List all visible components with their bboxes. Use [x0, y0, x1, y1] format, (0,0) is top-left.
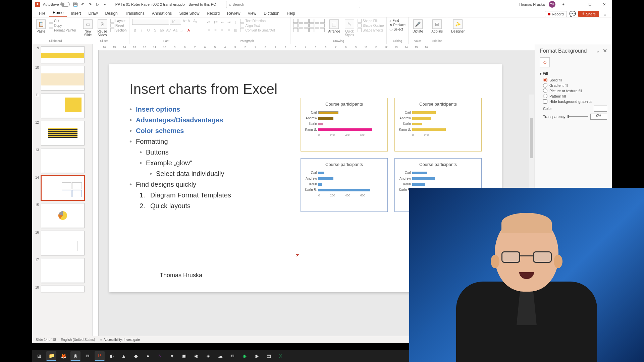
align-text-button[interactable]: Align Text	[240, 23, 275, 27]
tb-vlc-icon[interactable]: ▲	[119, 351, 129, 361]
highlight-button[interactable]: ▱	[179, 28, 184, 33]
reset-button[interactable]: Reset	[110, 23, 126, 27]
tab-animations[interactable]: Animations	[149, 10, 175, 17]
pattern-fill-radio[interactable]: Pattern fill	[543, 94, 607, 98]
share-button[interactable]: ⇪ Share	[578, 11, 599, 17]
shape-fill-button[interactable]: Shape Fill	[358, 19, 384, 23]
tb-firefox-icon[interactable]: 🦊	[58, 351, 68, 361]
shape-outline-button[interactable]: Shape Outline	[358, 23, 384, 27]
smartart-button[interactable]: Convert to SmartArt	[240, 28, 275, 32]
underline-button[interactable]: U	[146, 28, 151, 33]
tb-whatsapp-icon[interactable]: ◉	[239, 351, 250, 361]
tab-view[interactable]: View	[244, 10, 260, 17]
tab-insert[interactable]: Insert	[67, 10, 84, 17]
tab-home[interactable]: Home	[49, 9, 67, 17]
text-direction-button[interactable]: Text Direction	[240, 19, 275, 23]
language-status[interactable]: English (United States)	[61, 338, 95, 342]
thumb-14[interactable]	[41, 176, 85, 200]
tb-excel-icon[interactable]: X	[276, 351, 286, 361]
close-button[interactable]: ✕	[599, 1, 609, 8]
tb-app6-icon[interactable]: ◉	[191, 351, 201, 361]
strike-button[interactable]: S	[152, 28, 158, 33]
grow-font-icon[interactable]: A↑	[182, 19, 187, 25]
align-left-icon[interactable]: ≡	[206, 28, 211, 32]
record-button[interactable]: Record	[545, 11, 567, 17]
shrink-font-icon[interactable]: A↓	[187, 19, 192, 25]
coming-soon-icon[interactable]: ✦	[560, 1, 566, 7]
copy-button[interactable]: Copy	[49, 23, 76, 27]
tb-app10-icon[interactable]: ▤	[264, 351, 274, 361]
tab-design[interactable]: Design	[102, 10, 121, 17]
indent-dec-icon[interactable]: ⇤	[219, 20, 225, 24]
tab-draw[interactable]: Draw	[85, 10, 101, 17]
justify-icon[interactable]: ≡	[226, 28, 231, 32]
tab-transitions[interactable]: Transitions	[122, 10, 148, 17]
redo-icon[interactable]: ↷	[87, 1, 93, 7]
tb-onenote-icon[interactable]: N	[155, 351, 165, 361]
minimize-button[interactable]: —	[571, 1, 581, 8]
align-right-icon[interactable]: ≡	[219, 28, 225, 32]
font-name-input[interactable]	[132, 19, 169, 25]
shapes-gallery[interactable]	[293, 19, 325, 32]
layout-button[interactable]: Layout	[110, 19, 126, 23]
bold-button[interactable]: B	[132, 28, 138, 33]
spacing-button[interactable]: AV	[166, 28, 171, 33]
case-button[interactable]: Aa	[172, 28, 178, 33]
pane-close-icon[interactable]: ✕	[603, 48, 607, 54]
addins-button[interactable]: ⊞Add-ins	[430, 19, 444, 34]
tab-help[interactable]: Help	[283, 10, 299, 17]
thumb-16[interactable]	[41, 231, 85, 255]
qat-more-icon[interactable]: ▾	[102, 1, 108, 7]
thumb-18[interactable]	[41, 286, 85, 292]
toggle-off-icon[interactable]	[60, 2, 70, 7]
tb-app3-icon[interactable]: ●	[143, 351, 153, 361]
tb-app9-icon[interactable]: ◉	[252, 351, 262, 361]
scrollbar-thumb[interactable]	[530, 118, 533, 158]
thumb-15[interactable]	[41, 203, 85, 228]
bullets-icon[interactable]: •≡	[206, 20, 211, 24]
thumb-12[interactable]	[41, 121, 85, 145]
tb-powerpoint-icon[interactable]: P	[95, 351, 105, 361]
numbering-icon[interactable]: 1≡	[213, 20, 218, 24]
color-picker[interactable]	[594, 106, 607, 112]
pane-dropdown-icon[interactable]: ⌄	[596, 48, 600, 54]
tab-dictation[interactable]: Dictation	[260, 10, 283, 17]
tb-app8-icon[interactable]: ☁	[215, 351, 225, 361]
paste-button[interactable]: 📋Paste	[35, 19, 47, 34]
format-painter-button[interactable]: Format Painter	[49, 28, 76, 32]
gradient-fill-radio[interactable]: Gradient fill	[543, 83, 607, 87]
tb-app2-icon[interactable]: ◆	[131, 351, 141, 361]
transparency-value[interactable]: 0%	[590, 114, 607, 120]
autosave-toggle[interactable]: AutoSave	[43, 2, 70, 7]
slide-thumbnails[interactable]: 9 10 11 12 13 14 15 16 17 18	[32, 44, 93, 336]
save-icon[interactable]: 💾	[72, 1, 78, 7]
clear-format-icon[interactable]: Aᵪ	[193, 19, 197, 25]
undo-icon[interactable]: ↶	[80, 1, 86, 7]
slide-counter[interactable]: Slide 14 of 18	[36, 338, 56, 342]
tb-mail-icon[interactable]: ✉	[227, 351, 237, 361]
dictate-button[interactable]: 🎤Dictate	[411, 19, 424, 34]
comments-icon[interactable]: 💬	[570, 11, 576, 17]
tab-record[interactable]: Record	[203, 10, 223, 17]
cut-button[interactable]: Cut	[49, 19, 76, 23]
tb-app5-icon[interactable]: ▣	[179, 351, 189, 361]
tab-review[interactable]: Review	[224, 10, 244, 17]
from-beginning-icon[interactable]: ▷	[95, 1, 101, 7]
columns-icon[interactable]: ▥	[233, 28, 238, 32]
italic-button[interactable]: I	[139, 28, 144, 33]
find-button[interactable]: ⌕Find	[389, 19, 406, 22]
picture-fill-radio[interactable]: Picture or texture fill	[543, 88, 607, 93]
search-input[interactable]: ⌕ Search	[226, 1, 360, 8]
thumb-11[interactable]	[41, 93, 85, 118]
tb-explorer-icon[interactable]: 📁	[46, 351, 56, 361]
transparency-slider[interactable]	[568, 116, 588, 117]
thumb-13[interactable]	[41, 148, 85, 173]
new-slide-button[interactable]: ▭New Slide	[82, 19, 94, 38]
designer-button[interactable]: ✨Designer	[450, 19, 466, 34]
align-center-icon[interactable]: ≡	[213, 28, 218, 32]
font-size-input[interactable]: 10	[170, 19, 181, 25]
replace-button[interactable]: ↻Replace	[389, 23, 406, 27]
accessibility-status[interactable]: ⚠ Accessibility: Investigate	[100, 338, 140, 342]
tb-app4-icon[interactable]: ▼	[167, 351, 177, 361]
shape-effects-button[interactable]: Shape Effects	[358, 28, 384, 32]
